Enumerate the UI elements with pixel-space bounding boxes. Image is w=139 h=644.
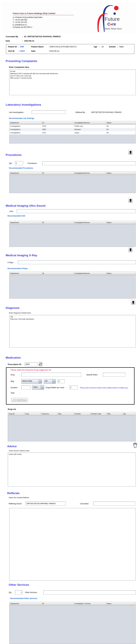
consulted-by-label: Consulted By xyxy=(6,36,18,38)
complaints-textarea[interactable]: pt seen Abdominal USS in keeping with fa… xyxy=(9,70,136,95)
total-colon: : xyxy=(20,392,20,394)
lab-investigation-input[interactable] xyxy=(32,110,66,114)
patient-date-value: : 2024-06-14 xyxy=(48,50,59,52)
procedures-qty-label: Qty : xyxy=(9,162,13,164)
column-header: Status xyxy=(106,221,136,224)
company-underline xyxy=(13,15,74,15)
add-drug-button[interactable]: Add Drug xyxy=(11,398,28,402)
section-title-refferals: Refferals xyxy=(7,492,20,495)
column-header: Drug xyxy=(24,412,41,416)
consultant-label: Consultant xyxy=(80,503,88,505)
clear-lab-table-button[interactable] xyxy=(128,150,133,155)
trash-outline-icon xyxy=(133,442,137,448)
section-title-other-services: Other Services xyxy=(9,583,29,586)
column-header: Department xyxy=(10,221,42,224)
visit-date-value: 2024-06-14 xyxy=(24,40,34,42)
column-header: Status xyxy=(106,121,136,124)
future-care-logo: Future C♥re Body Mind Soul xyxy=(90,2,133,33)
xray-table: Department ID Investigation/Service Stat… xyxy=(9,272,136,298)
recommended-xrays-link[interactable]: Recommended X-Rays xyxy=(8,268,28,270)
table-cell: Investigations xyxy=(10,124,42,128)
section-title-medication: Medication xyxy=(6,356,21,359)
duration-type-value: Day/s xyxy=(32,385,41,390)
visit-id-colon: : xyxy=(18,50,19,52)
xray-input[interactable] xyxy=(18,260,136,264)
lab-table-body: Investigations5763Profile LiverOkInvesti… xyxy=(10,124,136,134)
clear-uss-table-button[interactable] xyxy=(128,247,133,252)
chevron-down-icon: ▼ xyxy=(52,379,56,384)
company-name: Future Care by Future Holdings (Pty) Lim… xyxy=(13,12,55,14)
add-drug-label: Add Drug xyxy=(17,399,26,401)
reffered-by-value: ORITSETSETOS RAPHAEL PINNICK xyxy=(91,111,122,114)
reffered-by-label: Reffered By : xyxy=(76,111,86,114)
consulted-by-value: Dr. ORITSETSETOS RAPHAEL PINNICK xyxy=(24,36,61,38)
fraction-hint-text: Please add as decimal numbers when addin… xyxy=(80,387,134,389)
refresh-icon xyxy=(39,362,42,366)
way-select[interactable]: Before Meal ▼ xyxy=(21,379,42,384)
clear-drug-list-button[interactable] xyxy=(133,442,138,448)
patient-id-colon: : xyxy=(18,46,19,48)
gender-colon: : xyxy=(118,46,118,48)
clear-procedures-table-button[interactable] xyxy=(128,198,133,203)
diagnosis-textarea[interactable]: ISQ Fatty lover, Pancreatic lipomatosis xyxy=(9,315,136,348)
procedures-table: Department ID Investigation/Service Stat… xyxy=(9,172,136,193)
clear-xray-table-button[interactable] xyxy=(131,300,136,305)
procedures-qty-input[interactable] xyxy=(15,161,23,165)
column-header: ID xyxy=(42,221,74,224)
advice-label: Enter Doctor's Advice Here xyxy=(9,450,30,452)
patient-name-value: : TOM KYALO KATUMO NGUTU xyxy=(48,46,77,48)
drug-entry-panel: Please select the Drug from Drug suggess… xyxy=(6,367,134,405)
recommended-uss-link[interactable]: Recommended USS xyxy=(8,215,25,217)
letterhead: Future Care by Future Holdings (Pty) Lim… xyxy=(2,2,135,33)
other-qty-input[interactable] xyxy=(15,590,23,595)
section-title-xray: Medical Imaging X-Ray xyxy=(6,254,37,257)
other-services-input[interactable] xyxy=(43,590,136,594)
column-header: ID xyxy=(42,172,74,175)
reffering-doctor-input[interactable] xyxy=(26,502,66,506)
uss-input[interactable] xyxy=(17,209,136,213)
column-header: Drug ID xyxy=(8,412,24,416)
trash-icon xyxy=(129,199,132,202)
column-header: Department xyxy=(10,172,42,175)
table-row[interactable]: Investigations6051AmylaseOk xyxy=(10,128,136,131)
way-qty-input[interactable] xyxy=(58,380,65,383)
column-header: Investigation / Service xyxy=(74,602,106,605)
plus-circle-icon xyxy=(14,399,16,401)
recommended-lab-testings-link[interactable]: Recommended Lab Testings xyxy=(9,117,34,120)
table-header-row: Drug ID Drug Fequency Way Duration Durat… xyxy=(8,412,136,416)
special-notes-input[interactable] xyxy=(103,373,125,376)
duration-input[interactable] xyxy=(21,386,31,390)
consultant-input[interactable] xyxy=(94,502,135,506)
advice-textarea[interactable]: review with results xyxy=(8,452,136,486)
per-meal-input[interactable] xyxy=(70,386,78,390)
recommended-procedures-link[interactable]: Recommended Procedures xyxy=(9,167,33,169)
company-address: Le Chainter,Victoria,Mahe,Seychelles T: … xyxy=(13,16,42,28)
table-cell: Investigations xyxy=(10,131,42,134)
column-header: Duration xyxy=(74,412,90,416)
column-header: Qty xyxy=(122,412,136,416)
frequency-select[interactable]: OD ▼ xyxy=(44,379,56,384)
gender-value: Male xyxy=(120,46,124,48)
logo-tagline: Body Mind Soul xyxy=(104,28,122,30)
table-cell: Ok xyxy=(106,124,136,128)
column-header: Note xyxy=(106,412,122,416)
drug-input[interactable] xyxy=(21,372,81,377)
lab-testings-table: Department ID Investigation/Service Stat… xyxy=(9,121,136,144)
patient-id-label: Patient ID xyxy=(8,46,17,48)
total-label: Total xyxy=(10,392,14,394)
procedures-input[interactable] xyxy=(42,161,136,165)
column-header: Way xyxy=(57,412,74,416)
trash-icon xyxy=(129,248,132,251)
table-header-row: Department ID Investigation/Service Stat… xyxy=(10,221,136,224)
table-cell: Investigations xyxy=(10,128,42,131)
refferal-list-box[interactable] xyxy=(9,508,136,580)
duration-type-select[interactable]: Day/s ▼ xyxy=(32,385,44,390)
table-row[interactable]: Investigations6137LipaseOk xyxy=(10,131,136,134)
recommended-other-services-link[interactable]: Recommended Other Services xyxy=(10,598,37,600)
table-cell: 5763 xyxy=(42,124,74,128)
trash-icon xyxy=(132,301,134,304)
table-row[interactable]: Investigations5763Profile LiverOk xyxy=(10,124,136,128)
visit-id-value: 13627 xyxy=(20,50,25,52)
refresh-prescription-button[interactable] xyxy=(38,362,43,366)
prescription-id-input[interactable] xyxy=(25,362,37,366)
